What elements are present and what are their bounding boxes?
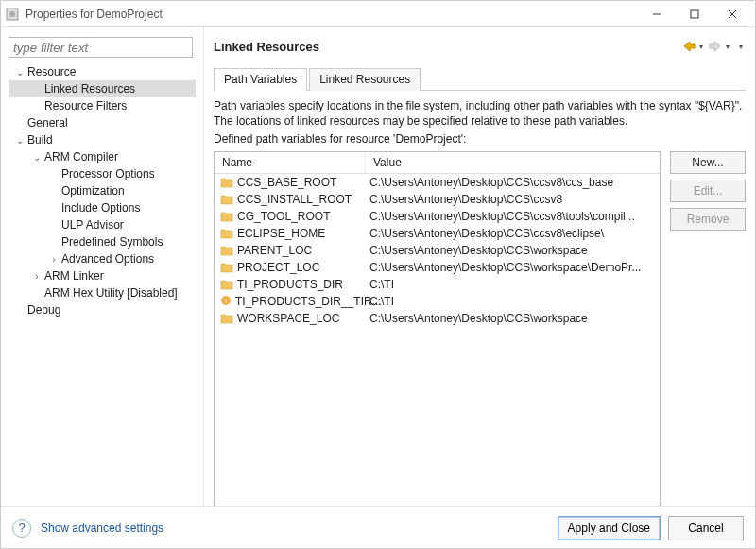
tree-item[interactable]: ⌄Resource — [9, 63, 196, 80]
page-menu[interactable]: ▾ — [736, 43, 746, 51]
row-value: C:\Users\Antoney\Desktop\CCS\ccsv8\ccs_b… — [366, 176, 660, 189]
nav-tree: ⌄Resource·Linked Resources·Resource Filt… — [9, 63, 196, 318]
tree-item-label: ARM Compiler — [44, 150, 118, 163]
tab-bar: Path Variables Linked Resources — [214, 67, 746, 91]
tree-item-label: ARM Hex Utility [Disabled] — [44, 286, 178, 300]
tree-item[interactable]: ·ARM Hex Utility [Disabled] — [9, 284, 196, 301]
svg-rect-3 — [691, 10, 698, 18]
tree-item-label: Debug — [27, 303, 60, 317]
tree-item[interactable]: ·Predefined Symbols — [9, 233, 196, 250]
row-name: TI_PRODUCTS_DIR — [237, 278, 343, 291]
chevron-down-icon[interactable]: ⌄ — [14, 134, 26, 146]
page-title: Linked Resources — [214, 40, 679, 54]
chevron-down-icon[interactable]: ⌄ — [14, 66, 26, 77]
row-value: C:\Users\Antoney\Desktop\CCS\ccsv8\eclip… — [366, 227, 660, 240]
minimize-button[interactable] — [638, 1, 676, 27]
folder-icon — [220, 194, 233, 205]
table-row[interactable]: PARENT_LOCC:\Users\Antoney\Desktop\CCS\w… — [215, 242, 660, 259]
row-name: CCS_BASE_ROOT — [237, 176, 336, 189]
app-icon — [5, 7, 20, 22]
new-button[interactable]: New... — [670, 151, 746, 174]
nav-forward-menu[interactable]: ▾ — [723, 43, 732, 51]
row-name: TI_PRODUCTS_DIR__TIR... — [235, 295, 382, 308]
table-row[interactable]: TI_PRODUCTS_DIRC:\TI — [215, 276, 660, 293]
row-name: CCS_INSTALL_ROOT — [237, 193, 352, 206]
apply-close-button[interactable]: Apply and Close — [558, 516, 661, 540]
tree-item-label: Processor Options — [61, 167, 155, 180]
tree-item-label: Include Options — [61, 201, 140, 214]
row-value: C:\Users\Antoney\Desktop\CCS\ccsv8 — [366, 193, 660, 206]
folder-icon — [220, 313, 233, 324]
row-name: PROJECT_LOC — [237, 261, 319, 274]
tree-item[interactable]: ›Advanced Options — [9, 250, 196, 267]
defined-label: Defined path variables for resource 'Dem… — [214, 132, 746, 146]
table-row[interactable]: PROJECT_LOCC:\Users\Antoney\Desktop\CCS\… — [215, 259, 660, 276]
footer: ? Show advanced settings Apply and Close… — [1, 506, 755, 548]
folder-icon — [220, 211, 233, 222]
table-row[interactable]: WORKSPACE_LOCC:\Users\Antoney\Desktop\CC… — [215, 310, 660, 327]
svg-text:!: ! — [225, 297, 227, 305]
filter-input[interactable] — [9, 37, 193, 58]
tree-item-label: Build — [27, 133, 53, 146]
svg-point-1 — [9, 11, 15, 17]
tree-item[interactable]: ·ULP Advisor — [9, 216, 196, 233]
row-value: C:\Users\Antoney\Desktop\CCS\workspace — [366, 312, 660, 325]
edit-button[interactable]: Edit... — [670, 180, 746, 202]
variables-table[interactable]: Name Value CCS_BASE_ROOTC:\Users\Antoney… — [214, 151, 661, 506]
folder-icon — [220, 279, 233, 290]
row-value: C:\TI — [366, 278, 660, 291]
table-header: Name Value — [215, 152, 660, 174]
nav-forward-button[interactable] — [708, 39, 723, 54]
table-row[interactable]: ECLIPSE_HOMEC:\Users\Antoney\Desktop\CCS… — [215, 225, 660, 242]
tree-item-label: Resource Filters — [44, 99, 127, 112]
chevron-right-icon[interactable]: › — [48, 253, 60, 265]
description-text: Path variables specify locations in the … — [214, 98, 746, 129]
maximize-button[interactable] — [676, 1, 713, 27]
tree-item[interactable]: ·Processor Options — [9, 165, 196, 182]
tree-item-label: Predefined Symbols — [61, 235, 163, 249]
tree-item-label: General — [27, 116, 68, 129]
warning-icon: ! — [220, 295, 232, 309]
content-pane: Linked Resources ▾ ▾ ▾ Path Variables Li… — [204, 27, 755, 506]
tree-item-label: Advanced Options — [61, 252, 154, 266]
row-value: C:\TI — [366, 295, 660, 308]
tree-item[interactable]: ·Resource Filters — [9, 97, 196, 114]
tree-item[interactable]: ⌄Build — [9, 131, 196, 148]
tree-item-label: Linked Resources — [44, 82, 135, 95]
column-value[interactable]: Value — [366, 152, 660, 173]
nav-back-menu[interactable]: ▾ — [696, 43, 706, 51]
cancel-button[interactable]: Cancel — [668, 516, 744, 540]
chevron-down-icon[interactable]: ⌄ — [31, 151, 43, 163]
remove-button[interactable]: Remove — [670, 208, 746, 231]
tree-item[interactable]: ·Debug — [9, 301, 196, 318]
chevron-right-icon[interactable]: › — [31, 270, 43, 282]
table-row[interactable]: !TI_PRODUCTS_DIR__TIR...C:\TI — [215, 293, 660, 310]
close-button[interactable] — [713, 1, 751, 27]
tree-item[interactable]: ›ARM Linker — [9, 267, 196, 284]
tree-item-label: ULP Advisor — [61, 218, 124, 232]
tree-item[interactable]: ⌄ARM Compiler — [9, 148, 196, 165]
window-title: Properties for DemoProject — [26, 8, 638, 21]
table-row[interactable]: CG_TOOL_ROOTC:\Users\Antoney\Desktop\CCS… — [215, 208, 660, 225]
nav-pane: ⌄Resource·Linked Resources·Resource Filt… — [1, 27, 204, 506]
row-name: PARENT_LOC — [237, 244, 312, 257]
tree-item[interactable]: ·Include Options — [9, 199, 196, 216]
row-name: WORKSPACE_LOC — [237, 312, 339, 325]
row-name: CG_TOOL_ROOT — [237, 210, 330, 223]
tab-path-variables[interactable]: Path Variables — [214, 68, 307, 91]
folder-icon — [220, 228, 233, 239]
folder-icon — [220, 177, 233, 188]
tree-item-label: Resource — [27, 65, 76, 78]
tab-linked-resources[interactable]: Linked Resources — [309, 68, 421, 91]
nav-back-button[interactable] — [681, 39, 696, 54]
tree-item[interactable]: ·Optimization — [9, 182, 196, 199]
help-icon[interactable]: ? — [12, 519, 31, 538]
tree-item[interactable]: ·Linked Resources — [9, 80, 196, 97]
show-advanced-link[interactable]: Show advanced settings — [41, 522, 163, 535]
titlebar: Properties for DemoProject — [1, 1, 755, 27]
table-row[interactable]: CCS_BASE_ROOTC:\Users\Antoney\Desktop\CC… — [215, 174, 660, 191]
tree-item[interactable]: ·General — [9, 114, 196, 131]
table-row[interactable]: CCS_INSTALL_ROOTC:\Users\Antoney\Desktop… — [215, 191, 660, 208]
column-name[interactable]: Name — [215, 152, 366, 173]
row-value: C:\Users\Antoney\Desktop\CCS\workspace\D… — [366, 261, 660, 274]
